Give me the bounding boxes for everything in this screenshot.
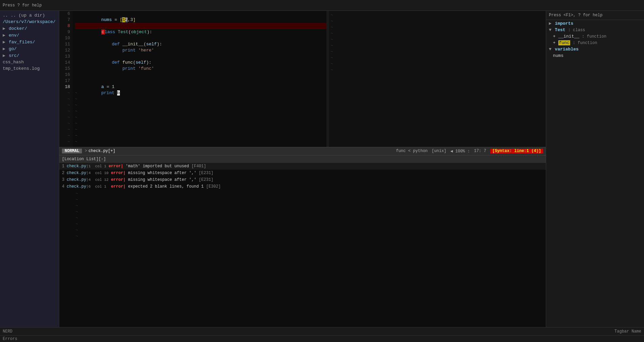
up-arrow: .. [3,13,10,18]
tilde-line: ~ [75,127,326,133]
code-editor[interactable]: 6 7 8 9 10 11 12 13 14 15 16 17 18 ~ ~ ~… [59,11,546,147]
errors-label: Errors [3,337,17,341]
tilde-line: ~ [75,133,326,139]
status-position: 17: 7 [474,149,486,153]
arrow-icon: ▶ [3,26,8,31]
tilde-right: ~ [330,37,544,43]
tilde-right: ~ [330,49,544,55]
code-line-16 [75,72,326,78]
arrow-right-icon: ▶ [549,21,554,26]
error-item-2[interactable]: 2 check.py |4 col 10 error| missing whit… [59,170,546,176]
code-line-13: def func(self): [75,54,326,60]
code-line-8: class Test(object): [75,23,326,29]
tilde-right: ~ [330,12,544,18]
status-bar: NORMAL > check.py[+] func < python [unix… [59,147,546,155]
code-line-17: a = 1 [75,78,326,84]
error-item-3[interactable]: 3 check.py |4 col 12 error| missing whit… [59,176,546,183]
tilde-line: ~ [75,108,326,114]
code-line-10: def __init__(self): [75,35,326,41]
tilde-right: ~ [330,61,544,67]
errors-bottom-bar: Errors [0,335,644,342]
help-hint-left: Press ? for help [3,3,42,8]
location-list-header: [Location List][-] [59,155,546,163]
plus-icon: + [553,34,556,39]
tilde-line: ~ [75,121,326,127]
status-zoom: ◀ 100% : [450,149,470,154]
tilde-right: ~ [330,24,544,30]
tagbar-func-func[interactable]: + func : function [546,40,644,46]
bottom-bar: NERD Tagbar Name [0,327,644,335]
sidebar-item-src[interactable]: ▶ src/ [0,52,59,59]
editor-empty-area: ~ ~ ~ ~ ~ ~ ~ ~ [59,190,546,327]
tagbar-imports[interactable]: ▶ imports [546,20,644,27]
sidebar: .. .. (up a dir) /Users/v7/workspace/ ▶ … [0,11,59,327]
error-item-4[interactable]: 4 check.py |6 col 1 error| expected 2 bl… [59,183,546,190]
sidebar-item-go[interactable]: ▶ go/ [0,45,59,52]
tilde-right: ~ [330,43,544,49]
code-content[interactable]: nums = [12,3] class Test(object): def __… [73,11,326,147]
sidebar-item-env[interactable]: ▶ env/ [0,32,59,39]
sidebar-item-css-hash[interactable]: css_hash [0,59,59,65]
status-mode: NORMAL [62,149,82,153]
status-syntax-error: [Syntax: line:1 (4)] [490,149,543,153]
error-panel: [Location List][-] 1 check.py |1 col 1 e… [59,155,546,190]
tilde-right: ~ [330,18,544,24]
tagbar-name-label: Tagbar Name [615,329,641,334]
error-list: 1 check.py |1 col 1 error| 'math' import… [59,163,546,190]
status-filename: check.py[+] [88,149,115,153]
status-encoding: [unix] [432,149,446,153]
tilde-right: ~ [330,30,544,37]
editor-area: 6 7 8 9 10 11 12 13 14 15 16 17 18 ~ ~ ~… [59,11,546,327]
tilde-right: ~ [330,55,544,61]
tagbar-panel: Press <F1>, ? for help ▶ imports ▼ Test … [546,11,644,327]
arrow-down-icon: ▼ [549,27,554,33]
arrow-icon: ▶ [3,53,8,58]
sidebar-item-fav-files[interactable]: ▶ fav_files/ [0,39,59,45]
sidebar-up-dir[interactable]: .. .. (up a dir) [0,12,59,19]
error-item-1[interactable]: 1 check.py |1 col 1 error| 'math' import… [59,163,546,170]
tilde-line: ~ [75,139,326,145]
tagbar-nums-var: nums [546,52,644,59]
tilde-line: ~ [75,114,326,121]
sidebar-item-docker[interactable]: ▶ docker/ [0,25,59,32]
tilde-right: ~ [330,67,544,73]
status-mode-arrow: > [85,149,87,153]
arrow-icon: ▶ [3,40,8,45]
plus-icon: + [553,40,556,45]
status-right: func < python [unix] ◀ 100% : 17: 7 [Syn… [396,149,543,154]
tilde-line: ~ [75,96,326,102]
tagbar-test-class[interactable]: ▼ Test : class [546,27,644,33]
main-layout: .. .. (up a dir) /Users/v7/workspace/ ▶ … [0,11,644,327]
nerd-label: NERD [3,329,13,334]
arrow-icon: ▶ [3,33,8,38]
sidebar-item-tmp-tokens[interactable]: tmp_tokens.log [0,65,59,72]
tagbar-func-highlight: func [558,40,570,45]
status-func-context: func < python [396,149,428,153]
tagbar-init-func[interactable]: + __init__ : function [546,33,644,40]
editor-divider [326,11,329,147]
code-line-6: nums = [12,3] [75,11,326,17]
top-bar: Press ? for help [0,0,644,11]
tagbar-header: Press <F1>, ? for help [546,11,644,20]
line-numbers: 6 7 8 9 10 11 12 13 14 15 16 17 18 ~ ~ ~… [59,11,73,147]
arrow-down-icon: ▼ [549,47,554,52]
tagbar-variables[interactable]: ▼ variables [546,46,644,52]
tilde-line: ~ [75,102,326,108]
editor-right-pane: ~ ~ ~ ~ ~ ~ ~ ~ ~ ~ [329,11,546,147]
arrow-icon: ▶ [3,46,8,51]
sidebar-current-path: /Users/v7/workspace/ [0,19,59,25]
